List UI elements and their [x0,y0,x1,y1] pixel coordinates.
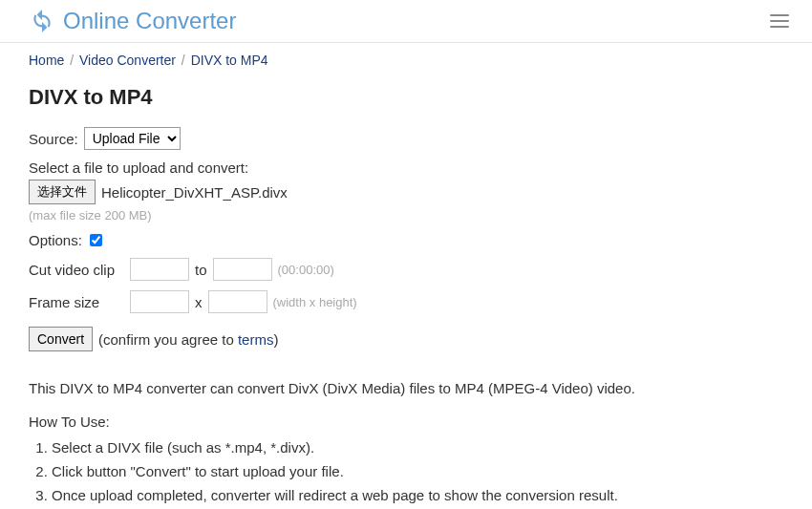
menu-icon[interactable] [766,11,793,32]
selected-file-name: Helicopter_DivXHT_ASP.divx [101,184,288,201]
options-label: Options: [29,232,82,248]
cut-start-input[interactable] [130,258,189,281]
frame-height-input[interactable] [208,290,267,313]
to-label: to [195,262,207,278]
max-size-hint: (max file size 200 MB) [29,208,152,223]
refresh-icon [29,8,55,34]
page-title: DIVX to MP4 [29,85,783,110]
breadcrumb-sep: / [182,53,185,68]
breadcrumb-sep: / [70,53,74,68]
choose-file-button[interactable]: 选择文件 [29,180,96,204]
source-select[interactable]: Upload File [84,127,181,150]
cut-hint: (00:00:00) [278,263,334,277]
cut-end-input[interactable] [213,258,272,281]
file-select-label: Select a file to upload and convert: [29,159,248,176]
frame-width-input[interactable] [130,290,189,313]
cut-clip-row: Cut video clip to (00:00:00) [29,258,783,281]
howto-step: Select a DIVX file (such as *.mp4, *.div… [52,439,783,456]
site-title: Online Converter [63,8,236,34]
source-row: Source: Upload File [29,127,783,150]
breadcrumb-home[interactable]: Home [29,53,64,68]
options-row: Options: [29,232,783,248]
howto-title: How To Use: [29,414,783,430]
howto-step: Click button "Convert" to start upload y… [52,463,783,479]
x-label: x [195,294,203,310]
frame-size-row: Frame size x (width x height) [29,290,783,313]
cut-clip-label: Cut video clip [29,262,124,278]
convert-button[interactable]: Convert [29,327,93,351]
source-label: Source: [29,131,78,147]
howto-step: Once upload completed, converter will re… [52,487,783,503]
description: This DIVX to MP4 converter can convert D… [29,380,783,396]
convert-row: Convert (confirm you agree to terms) [29,327,783,351]
frame-size-label: Frame size [29,294,124,310]
frame-hint: (width x height) [273,295,357,309]
breadcrumb-current[interactable]: DIVX to MP4 [191,53,268,68]
confirm-text: (confirm you agree to terms) [98,331,278,348]
header: Online Converter [0,0,812,43]
terms-link[interactable]: terms [238,331,274,348]
logo-area[interactable]: Online Converter [29,8,236,34]
breadcrumb-video-converter[interactable]: Video Converter [79,53,176,68]
howto-list: Select a DIVX file (such as *.mp4, *.div… [52,439,783,503]
options-checkbox[interactable] [90,234,102,246]
main-content: Home / Video Converter / DIVX to MP4 DIV… [0,43,812,509]
breadcrumb: Home / Video Converter / DIVX to MP4 [29,53,783,68]
